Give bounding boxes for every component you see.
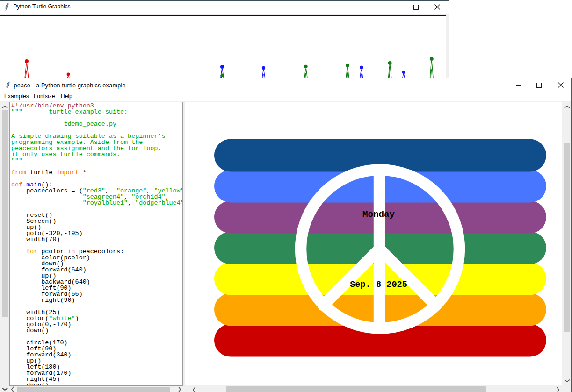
svg-text:Sep. 8 2025: Sep. 8 2025 (350, 280, 407, 290)
svg-text:Monday: Monday (362, 209, 395, 220)
